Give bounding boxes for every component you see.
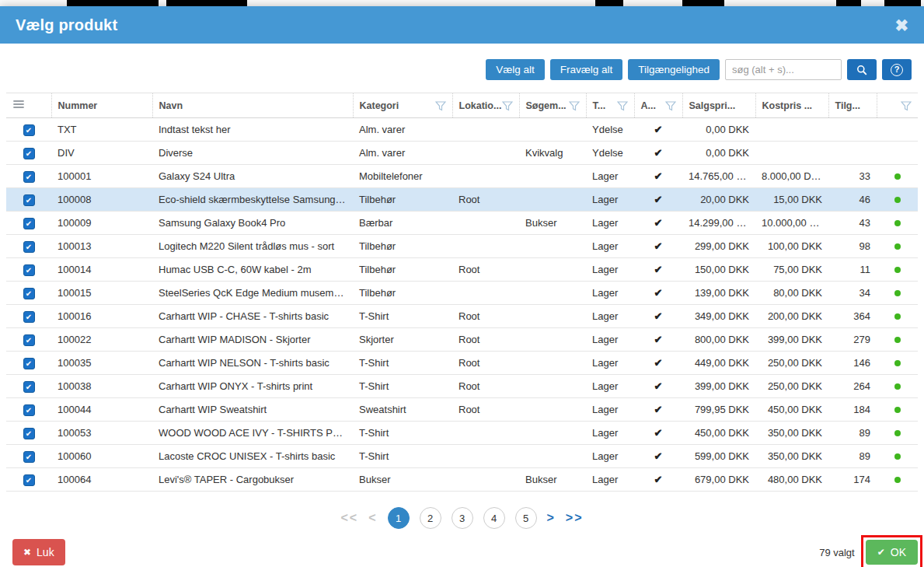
cell-type: Lager [586, 328, 634, 352]
cell-tilgaengelig [828, 142, 877, 165]
column-header-type[interactable]: T... [586, 93, 634, 118]
ok-button[interactable]: ✔ OK [866, 540, 918, 565]
filter-icon[interactable] [665, 101, 676, 111]
row-checkbox[interactable]: ✔ [23, 194, 35, 206]
row-checkbox[interactable]: ✔ [23, 358, 35, 369]
first-page-button[interactable]: << [340, 511, 358, 525]
select-column-icon [12, 99, 25, 110]
cell-salgspris: 349,00 DKK [682, 305, 755, 328]
row-checkbox[interactable]: ✔ [23, 288, 35, 299]
cell-sogeord [519, 165, 586, 188]
column-header-lokation[interactable]: Lokatio... [452, 93, 519, 118]
cell-aktiv: ✔ [634, 352, 682, 375]
product-row[interactable]: ✔100013Logitech M220 Silent trådløs mus … [6, 235, 918, 258]
product-row[interactable]: ✔100008Eco-shield skærmbeskyttelse Samsu… [6, 188, 918, 212]
row-checkbox[interactable]: ✔ [23, 241, 35, 253]
column-header-sogeord[interactable]: Søgem... [519, 93, 586, 118]
product-row[interactable]: ✔100038Carhartt WIP ONYX - T-shirts prin… [6, 375, 918, 398]
cell-nummer: 100035 [51, 352, 152, 375]
column-header-status[interactable] [877, 93, 918, 118]
cell-lokation: Root [452, 328, 519, 352]
product-row[interactable]: ✔TXTIndtast tekst herAlm. varerYdelse✔0,… [6, 118, 918, 142]
ok-button-icon: ✔ [877, 547, 885, 558]
cell-navn: Levi's® TAPER - Cargobukser [152, 468, 353, 492]
row-checkbox[interactable]: ✔ [23, 148, 35, 159]
row-checkbox[interactable]: ✔ [23, 218, 35, 229]
row-checkbox[interactable]: ✔ [23, 124, 35, 136]
last-page-button[interactable]: >> [566, 511, 584, 525]
deselect-all-button[interactable]: Fravælg alt [550, 59, 623, 80]
row-checkbox[interactable]: ✔ [23, 451, 35, 463]
prev-page-button[interactable]: < [368, 511, 377, 525]
cell-salgspris: 20,00 DKK [682, 188, 755, 212]
product-row[interactable]: ✔100064Levi's® TAPER - CargobukserBukser… [6, 468, 918, 492]
page-button-4[interactable]: 4 [483, 507, 505, 529]
filter-icon[interactable] [617, 101, 628, 111]
product-row[interactable]: ✔100001Galaxy S24 UltraMobiltelefonerLag… [6, 165, 918, 188]
row-checkbox[interactable]: ✔ [23, 474, 35, 486]
cell-sogeord [519, 235, 586, 258]
product-row[interactable]: ✔100009Samsung Galaxy Book4 ProBærbarBuk… [6, 212, 918, 235]
row-checkbox[interactable]: ✔ [23, 334, 35, 346]
cell-aktiv: ✔ [634, 282, 682, 305]
product-row[interactable]: ✔100035Carhartt WIP NELSON - T-shirts ba… [6, 352, 918, 375]
row-checkbox[interactable]: ✔ [23, 381, 35, 393]
cell-sogeord [519, 422, 586, 445]
filter-icon[interactable] [569, 101, 580, 111]
page-button-1[interactable]: 1 [388, 507, 410, 529]
column-header-navn[interactable]: Navn [152, 93, 353, 118]
cell-tilgaengelig: 279 [828, 328, 877, 352]
select-all-button[interactable]: Vælg alt [486, 59, 545, 80]
search-button[interactable] [847, 59, 877, 80]
cell-type: Lager [586, 468, 634, 492]
column-header-tilgaengelig[interactable]: Tilg... [828, 93, 877, 118]
cell-lokation [452, 142, 519, 165]
selected-count: 79 valgt [819, 547, 855, 558]
cell-nummer: 100001 [51, 165, 152, 188]
product-row[interactable]: ✔100060Lacoste CROC UNISEX - T-shirts ba… [6, 445, 918, 468]
cell-kostpris: 200,00 DKK [755, 305, 828, 328]
select-product-dialog: Vælg produkt ✖ Vælg alt Fravælg alt Tilg… [0, 6, 924, 567]
cell-type: Lager [586, 282, 634, 305]
product-row[interactable]: ✔100016Carhartt WIP - CHASE - T-shirts b… [6, 305, 918, 328]
page-button-5[interactable]: 5 [515, 507, 537, 529]
cell-nummer: 100015 [51, 282, 152, 305]
availability-button[interactable]: Tilgængelighed [628, 59, 720, 80]
search-input[interactable] [725, 59, 842, 80]
cell-salgspris: 299,00 DKK [682, 235, 755, 258]
row-checkbox[interactable]: ✔ [23, 428, 35, 439]
filter-icon[interactable] [435, 101, 446, 111]
filter-icon[interactable] [901, 101, 912, 111]
next-page-button[interactable]: > [547, 511, 556, 525]
column-header-kostpris[interactable]: Kostpris ... [755, 93, 828, 118]
close-icon[interactable]: ✖ [894, 17, 908, 33]
row-checkbox[interactable]: ✔ [23, 311, 35, 323]
cell-aktiv: ✔ [634, 188, 682, 212]
column-header-nummer[interactable]: Nummer [51, 93, 152, 118]
product-row[interactable]: ✔100022Carhartt WIP MADISON - SkjorterSk… [6, 328, 918, 352]
row-checkbox[interactable]: ✔ [23, 264, 35, 276]
row-checkbox[interactable]: ✔ [23, 171, 35, 183]
column-header-label: Tilg... [835, 100, 860, 111]
page-button-2[interactable]: 2 [420, 507, 441, 529]
page-button-3[interactable]: 3 [452, 507, 473, 529]
column-header-salgspris[interactable]: Salgspri... [682, 93, 755, 118]
help-button[interactable]: ? [882, 59, 912, 80]
filter-icon[interactable] [502, 101, 513, 111]
redacted-text [682, 0, 724, 6]
column-header-aktiv[interactable]: A... [634, 93, 682, 118]
product-row[interactable]: ✔100044Carhartt WIP SweatshirtSweatshirt… [6, 398, 918, 422]
ok-button-label: OK [891, 546, 906, 558]
redacted-text [166, 0, 247, 6]
cell-salgspris: 139,00 DKK [682, 282, 755, 305]
product-row[interactable]: ✔100053WOOD WOOD ACE IVY - T-SHIRTS PRIN… [6, 422, 918, 445]
close-dialog-button[interactable]: ✖ Luk [12, 539, 65, 565]
column-header-kategori[interactable]: Kategori [353, 93, 452, 118]
product-row[interactable]: ✔100015SteelSeries QcK Edge Medium musem… [6, 282, 918, 305]
cell-tilgaengelig: 364 [828, 305, 877, 328]
product-row[interactable]: ✔DIVDiverseAlm. varerKvikvalgYdelse✔0,00… [6, 142, 918, 165]
column-header-select[interactable] [6, 93, 51, 118]
column-header-label: Kategori [360, 100, 399, 111]
row-checkbox[interactable]: ✔ [23, 404, 35, 416]
product-row[interactable]: ✔100014Humac USB C-C, 60W kabel - 2mTilb… [6, 258, 918, 282]
